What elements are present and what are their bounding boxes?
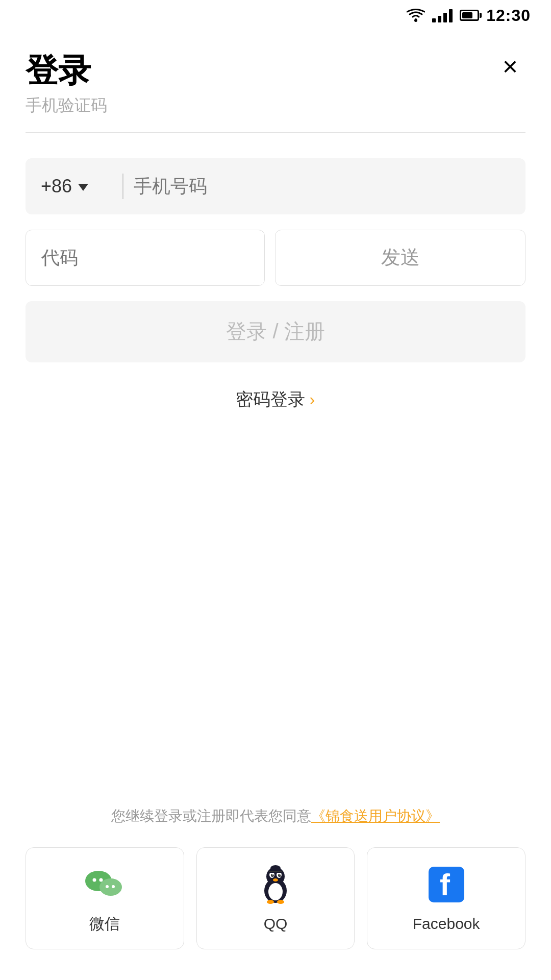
svg-point-5: [106, 885, 109, 888]
header-divider: [26, 132, 525, 133]
social-login-section: 微信: [26, 847, 525, 949]
send-code-button[interactable]: 发送: [275, 230, 525, 286]
svg-point-20: [277, 900, 284, 904]
send-code-label: 发送: [381, 244, 420, 271]
svg-point-13: [271, 874, 274, 877]
agreement-prefix: 您继续登录或注册即代表您同意: [111, 808, 311, 824]
status-icons: 12:30: [407, 6, 531, 25]
close-button[interactable]: ×: [495, 51, 525, 82]
svg-point-14: [278, 874, 281, 877]
phone-input-container: +86: [26, 158, 525, 214]
facebook-icon: f: [426, 864, 467, 905]
agreement-text: 您继续登录或注册即代表您同意《锦食送用户协议》: [26, 805, 525, 827]
status-bar: 12:30: [0, 0, 551, 31]
header: 登录 手机验证码 ×: [0, 31, 551, 133]
password-login-text: 密码登录: [236, 388, 305, 411]
svg-text:f: f: [440, 868, 450, 902]
svg-point-0: [414, 19, 417, 22]
login-register-button[interactable]: 登录 / 注册: [26, 301, 525, 362]
signal-icon: [432, 8, 453, 22]
qq-icon: [255, 864, 296, 905]
qq-login-button[interactable]: QQ: [196, 847, 355, 949]
chevron-right-icon: ›: [309, 389, 315, 409]
svg-point-19: [267, 900, 274, 904]
wifi-icon: [407, 8, 425, 22]
battery-icon: [460, 10, 479, 21]
phone-divider: [122, 174, 123, 199]
svg-point-18: [268, 883, 283, 900]
form-section: +86 发送 登录 / 注册 密码登录 ›: [0, 133, 551, 411]
page-subtitle: 手机验证码: [26, 94, 525, 117]
wechat-label: 微信: [89, 914, 120, 935]
agreement-link[interactable]: 《锦食送用户协议》: [311, 808, 440, 824]
wechat-login-button[interactable]: 微信: [26, 847, 184, 949]
code-input-container: [26, 230, 265, 286]
svg-point-17: [273, 878, 278, 881]
qq-label: QQ: [264, 915, 288, 933]
verification-code-input[interactable]: [41, 247, 249, 268]
login-register-label: 登录 / 注册: [226, 317, 324, 346]
password-login-link[interactable]: 密码登录 ›: [26, 388, 525, 411]
country-code-text: +86: [41, 176, 72, 197]
chevron-down-icon: [78, 184, 88, 191]
country-code-selector[interactable]: +86: [41, 176, 112, 197]
page-title: 登录: [26, 51, 525, 90]
close-icon: ×: [503, 53, 518, 80]
facebook-label: Facebook: [413, 915, 480, 933]
svg-point-2: [99, 878, 122, 896]
wechat-icon: [84, 863, 125, 903]
svg-point-6: [112, 885, 115, 888]
svg-point-4: [99, 878, 103, 881]
facebook-login-button[interactable]: f Facebook: [367, 847, 525, 949]
status-time: 12:30: [486, 6, 531, 25]
phone-input[interactable]: [134, 176, 510, 197]
svg-point-15: [272, 874, 273, 875]
svg-rect-22: [269, 871, 282, 872]
code-row: 发送: [26, 230, 525, 286]
bottom-section: 您继续登录或注册即代表您同意《锦食送用户协议》 微信: [0, 805, 551, 980]
svg-point-3: [93, 878, 96, 881]
svg-point-16: [280, 874, 281, 875]
